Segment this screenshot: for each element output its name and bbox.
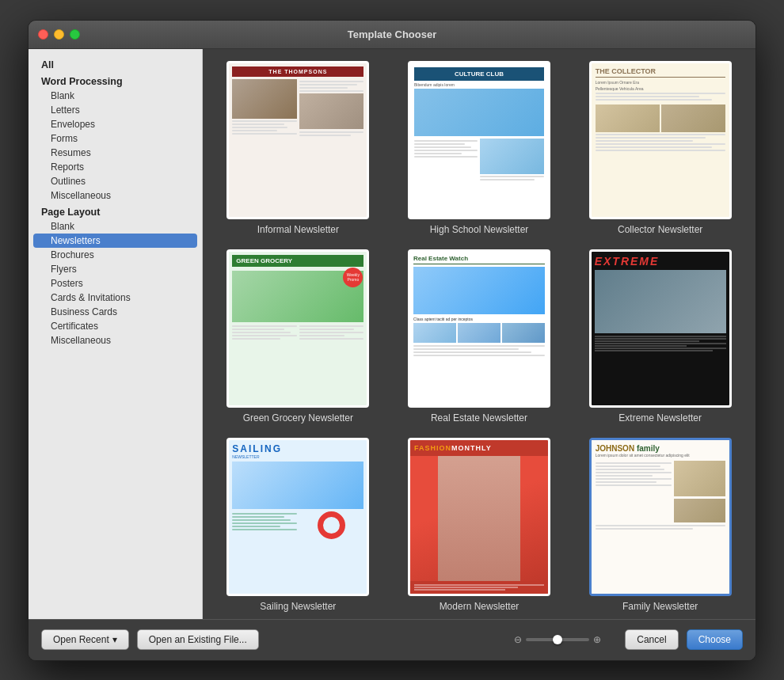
template-thumb-realestate[interactable]: Real Estate Watch Class aptent taciti ad… xyxy=(408,249,550,408)
chevron-down-icon: ▾ xyxy=(112,634,117,645)
window-controls xyxy=(38,29,80,40)
template-thumb-modern[interactable]: FASHIONMONTHLY xyxy=(408,438,550,596)
template-label-highschool: High School Newsletter xyxy=(430,224,529,235)
template-real-estate-newsletter[interactable]: Real Estate Watch Class aptent taciti ad… xyxy=(396,249,563,424)
template-family-newsletter[interactable]: JOHNSON family Lorem ipsum dolor sit ame… xyxy=(577,438,744,612)
template-chooser-window: Template Chooser All Word Processing Bla… xyxy=(28,20,756,661)
template-thumb-collector[interactable]: THE COLLECTOR Lorem Ipsum Ornare Era Pel… xyxy=(589,61,732,219)
template-highschool-newsletter[interactable]: CULTURE CLUB Bibendum adipis lorem xyxy=(396,61,563,235)
cancel-button[interactable]: Cancel xyxy=(625,629,678,650)
content-area: All Word Processing Blank Letters Envelo… xyxy=(29,49,755,619)
template-label-family: Family Newsletter xyxy=(622,601,698,612)
template-thumb-informal[interactable]: THE THOMPSONS xyxy=(226,61,369,219)
sidebar-item-blank-pl[interactable]: Blank xyxy=(29,219,202,234)
sidebar-item-resumes[interactable]: Resumes xyxy=(29,146,202,160)
sidebar-item-misc-wp[interactable]: Miscellaneous xyxy=(29,188,202,203)
window-title: Template Chooser xyxy=(348,28,436,40)
sidebar-item-misc-pl[interactable]: Miscellaneous xyxy=(29,333,202,348)
main-content: THE THOMPSONS xyxy=(203,49,755,619)
zoom-out-icon[interactable]: ⊖ xyxy=(514,634,522,645)
template-extreme-newsletter[interactable]: EXTREME xyxy=(577,249,744,424)
template-label-realestate: Real Estate Newsletter xyxy=(431,412,527,424)
zoom-in-icon[interactable]: ⊕ xyxy=(593,634,601,645)
template-collector-newsletter[interactable]: THE COLLECTOR Lorem Ipsum Ornare Era Pel… xyxy=(577,61,744,235)
template-green-grocery-newsletter[interactable]: GREEN GROCERY Weekly Promo xyxy=(215,249,382,424)
sidebar-item-forms[interactable]: Forms xyxy=(29,131,202,146)
zoom-slider[interactable] xyxy=(526,638,589,641)
sidebar: All Word Processing Blank Letters Envelo… xyxy=(29,49,203,619)
minimize-button[interactable] xyxy=(54,29,64,40)
sidebar-item-newsletters[interactable]: Newsletters xyxy=(33,234,197,248)
template-label-collector: Collector Newsletter xyxy=(618,224,702,235)
template-grid: THE THOMPSONS xyxy=(215,61,744,612)
template-thumb-highschool[interactable]: CULTURE CLUB Bibendum adipis lorem xyxy=(408,61,550,219)
sidebar-item-reports[interactable]: Reports xyxy=(29,160,202,174)
template-modern-newsletter[interactable]: FASHIONMONTHLY Modern Newsletter xyxy=(396,438,563,612)
sidebar-item-flyers[interactable]: Flyers xyxy=(29,262,202,276)
sidebar-item-certificates[interactable]: Certificates xyxy=(29,319,202,333)
zoom-thumb xyxy=(553,635,562,644)
sidebar-item-cards-invitations[interactable]: Cards & Invitations xyxy=(29,291,202,305)
sidebar-item-brochures[interactable]: Brochures xyxy=(29,248,202,262)
sidebar-item-envelopes[interactable]: Envelopes xyxy=(29,117,202,131)
template-thumb-family[interactable]: JOHNSON family Lorem ipsum dolor sit ame… xyxy=(589,438,732,596)
template-informal-newsletter[interactable]: THE THOMPSONS xyxy=(215,61,382,235)
sidebar-category-page-layout: Page Layout xyxy=(29,203,202,219)
maximize-button[interactable] xyxy=(70,29,80,40)
sidebar-item-outlines[interactable]: Outlines xyxy=(29,174,202,188)
close-button[interactable] xyxy=(38,29,48,40)
template-thumb-sailing[interactable]: SAILING NEWSLETTER xyxy=(226,438,369,596)
open-recent-button[interactable]: Open Recent ▾ xyxy=(41,629,129,650)
open-existing-button[interactable]: Open an Existing File... xyxy=(137,629,259,650)
template-label-grocery: Green Grocery Newsletter xyxy=(243,412,353,424)
footer: Open Recent ▾ Open an Existing File... ⊖… xyxy=(29,619,755,660)
template-thumb-extreme[interactable]: EXTREME xyxy=(589,249,732,408)
sidebar-item-business-cards[interactable]: Business Cards xyxy=(29,305,202,319)
sidebar-category-word-processing: Word Processing xyxy=(29,72,202,89)
template-label-sailing: Sailing Newsletter xyxy=(260,601,336,612)
titlebar: Template Chooser xyxy=(29,21,755,49)
sidebar-item-letters[interactable]: Letters xyxy=(29,103,202,117)
sidebar-all[interactable]: All xyxy=(29,55,202,72)
sidebar-item-posters[interactable]: Posters xyxy=(29,276,202,291)
sidebar-item-blank-wp[interactable]: Blank xyxy=(29,89,202,103)
template-label-informal: Informal Newsletter xyxy=(257,224,339,235)
choose-button[interactable]: Choose xyxy=(687,629,743,650)
template-thumb-grocery[interactable]: GREEN GROCERY Weekly Promo xyxy=(226,249,369,408)
zoom-control: ⊖ ⊕ xyxy=(514,634,601,645)
template-label-extreme: Extreme Newsletter xyxy=(618,412,702,424)
template-label-modern: Modern Newsletter xyxy=(440,601,519,612)
template-sailing-newsletter[interactable]: SAILING NEWSLETTER xyxy=(215,438,382,612)
